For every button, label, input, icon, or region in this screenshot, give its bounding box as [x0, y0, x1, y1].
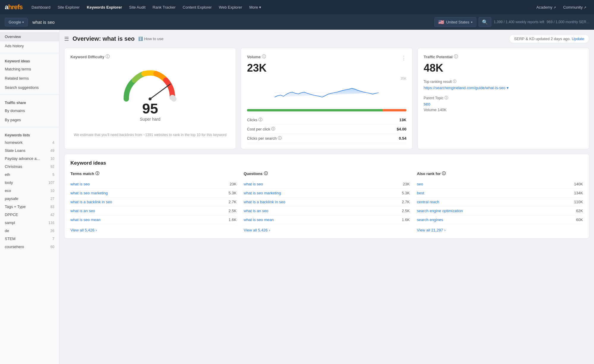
keyword-link[interactable]: what is an seo	[244, 209, 268, 213]
sidebar-item-search-suggestions[interactable]: Search suggestions	[0, 83, 59, 92]
list-item-tooly[interactable]: tooly 107	[0, 179, 59, 187]
list-item-sampl[interactable]: sampl 116	[0, 219, 59, 227]
list-item-state-loans[interactable]: State Loans 49	[0, 146, 59, 155]
list-item-dppce[interactable]: DPPCE 42	[0, 211, 59, 219]
main-content: ☰ Overview: what is seo ℹ️ How to use SE…	[59, 30, 594, 364]
clicks-bar-fill	[247, 109, 406, 111]
list-item-label: Payday advance a...	[5, 156, 40, 161]
volume-chart: 35K	[247, 77, 406, 105]
update-link[interactable]: Update	[572, 37, 584, 41]
country-selector[interactable]: 🇺🇸 United States	[434, 17, 476, 27]
list-item-tags-type[interactable]: Tags + Type 83	[0, 203, 59, 211]
nav-more[interactable]: More ▾	[246, 3, 264, 11]
keyword-link[interactable]: what is seo marketing	[244, 191, 281, 195]
also-rank-for-info-icon[interactable]: ⓘ	[442, 171, 446, 176]
list-item-coursehero[interactable]: coursehero 60	[0, 243, 59, 251]
clicks-info-icon[interactable]: ⓘ	[259, 117, 262, 122]
list-item-christmas[interactable]: Christmas 92	[0, 163, 59, 171]
sidebar-item-ads-history[interactable]: Ads history	[0, 41, 59, 51]
list-item-homework[interactable]: homework 4	[0, 138, 59, 146]
keyword-link[interactable]: what is an seo	[70, 209, 95, 213]
nav-content-explorer[interactable]: Content Explorer	[180, 3, 215, 11]
questions-column: Questions ⓘ what is seo 23K what is seo …	[244, 171, 410, 232]
chart-max-label: 35K	[247, 77, 406, 80]
list-item-count: 4	[52, 141, 54, 145]
logo[interactable]: ahrefs	[5, 3, 23, 11]
keyword-link[interactable]: what is seo mean	[70, 218, 100, 222]
reports-monthly: 969 / 1,000 monthly SER...	[547, 20, 589, 24]
reports-weekly: 1,399 / 1,400 weekly reports left	[494, 20, 544, 24]
sidebar-item-overview[interactable]: Overview	[0, 32, 59, 41]
keyword-link[interactable]: seo	[417, 182, 423, 186]
top-result-url[interactable]: https://searchengineland.com/guide/what-…	[424, 85, 583, 91]
kd-info-icon[interactable]: ⓘ	[105, 54, 110, 59]
keyword-link[interactable]: what is seo	[244, 182, 263, 186]
nav-community[interactable]: Community	[560, 3, 589, 11]
nav-academy[interactable]: Academy	[533, 3, 559, 11]
keyword-link[interactable]: what is a backlink in seo	[244, 200, 285, 204]
cps-info-icon[interactable]: ⓘ	[278, 135, 282, 141]
table-row: best 134K	[417, 189, 583, 198]
sidebar-item-matching-terms[interactable]: Matching terms	[0, 64, 59, 74]
tp-info-icon[interactable]: ⓘ	[454, 54, 458, 59]
nav-rank-tracker[interactable]: Rank Tracker	[150, 3, 179, 11]
table-row: seo 140K	[417, 180, 583, 189]
questions-info-icon[interactable]: ⓘ	[264, 171, 268, 176]
svg-line-0	[150, 84, 170, 99]
questions-view-all[interactable]: View all 5,426 ›	[244, 228, 410, 232]
parent-topic-info-icon[interactable]: ⓘ	[445, 95, 448, 100]
list-item-eco[interactable]: eco 10	[0, 187, 59, 195]
list-item-count: 116	[48, 221, 54, 225]
gauge-note: We estimate that you'll need backlinks f…	[70, 132, 230, 138]
table-row: search engine optimization 62K	[417, 207, 583, 215]
list-item-count: 42	[51, 213, 54, 217]
list-item-paysafe[interactable]: paysafe 27	[0, 195, 59, 203]
keyword-link[interactable]: what is seo	[70, 182, 90, 186]
table-row: what is seo 23K	[70, 180, 237, 189]
table-row: search engines 60K	[417, 215, 583, 224]
stat-clicks: Clicks ⓘ 13K	[247, 115, 406, 125]
keyword-link[interactable]: central reach	[417, 200, 439, 204]
parent-topic-link[interactable]: seo	[424, 102, 583, 106]
traffic-potential-title: Traffic Potential ⓘ	[424, 54, 583, 59]
keyword-link[interactable]: search engines	[417, 218, 443, 222]
list-item-stem[interactable]: STEM 7	[0, 235, 59, 243]
keyword-volume: 23K	[403, 182, 410, 186]
nav-site-audit[interactable]: Site Audit	[126, 3, 149, 11]
terms-match-view-all[interactable]: View all 5,426 ›	[70, 228, 237, 232]
keyword-link[interactable]: what is seo marketing	[70, 191, 108, 195]
volume-menu-icon[interactable]: ⋮	[401, 55, 406, 61]
keyword-link[interactable]: what is seo mean	[244, 218, 274, 222]
terms-match-info-icon[interactable]: ⓘ	[95, 171, 99, 176]
sidebar-item-related-terms[interactable]: Related terms	[0, 74, 59, 83]
also-rank-for-view-all[interactable]: View all 21,297 ›	[417, 228, 583, 232]
page-title: Overview: what is seo	[73, 35, 135, 42]
sidebar-section-traffic-share: Traffic share	[0, 97, 59, 106]
keyword-link[interactable]: search engine optimization	[417, 209, 463, 213]
nav-keywords-explorer[interactable]: Keywords Explorer	[84, 3, 125, 11]
volume-title: Volume ⓘ	[247, 54, 266, 59]
nav-dashboard[interactable]: Dashboard	[29, 3, 53, 11]
keyword-link[interactable]: what is a backlink in seo	[70, 200, 112, 204]
top-result-info-icon[interactable]: ⓘ	[453, 79, 456, 84]
search-input[interactable]	[30, 18, 432, 26]
stat-cps: Clicks per search ⓘ 0.54	[247, 134, 406, 143]
how-to-use-link[interactable]: ℹ️ How to use	[138, 37, 163, 41]
nav-site-explorer[interactable]: Site Explorer	[55, 3, 83, 11]
cps-label: Clicks per search ⓘ	[247, 135, 282, 141]
menu-icon[interactable]: ☰	[64, 36, 69, 42]
keyword-link[interactable]: best	[417, 191, 424, 195]
sidebar-item-by-domains[interactable]: By domains	[0, 106, 59, 115]
nav-web-explorer[interactable]: Web Explorer	[216, 3, 245, 11]
engine-selector[interactable]: Google	[5, 18, 28, 26]
list-item-payday[interactable]: Payday advance a... 10	[0, 155, 59, 163]
sidebar-item-by-pages[interactable]: By pages	[0, 115, 59, 125]
cpc-info-icon[interactable]: ⓘ	[271, 126, 275, 132]
list-item-eth[interactable]: eth 5	[0, 171, 59, 179]
traffic-potential-card: Traffic Potential ⓘ 48K Top ranking resu…	[417, 48, 589, 149]
search-button[interactable]: 🔍	[479, 17, 491, 27]
list-item-de[interactable]: de 26	[0, 227, 59, 235]
clicks-bar	[247, 109, 406, 111]
list-item-label: homework	[5, 140, 23, 145]
volume-info-icon[interactable]: ⓘ	[262, 54, 266, 59]
